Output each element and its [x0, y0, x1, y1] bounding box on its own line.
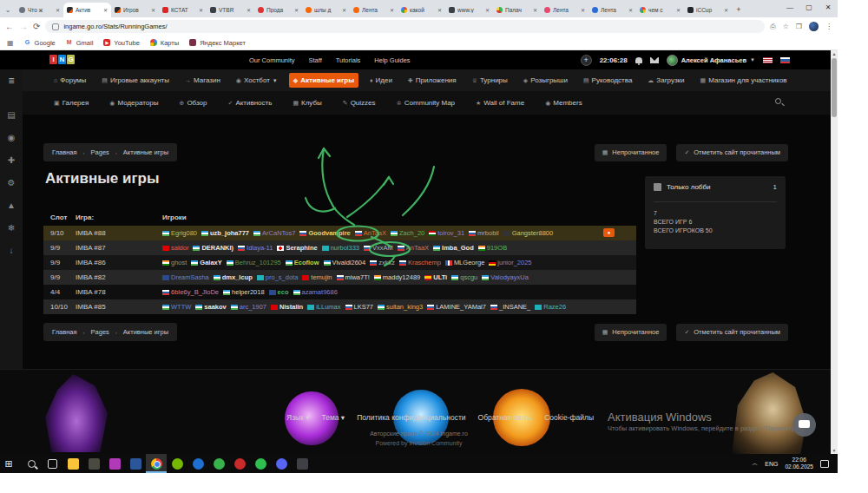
snowflake-icon[interactable]: ❄	[0, 217, 23, 240]
mark-site-read-button[interactable]: ✓Отметить сайт прочитанным	[676, 144, 788, 161]
footer-link[interactable]: Обратная связь	[478, 413, 533, 422]
player[interactable]: Raze26	[535, 303, 566, 311]
breadcrumb-item[interactable]: Активные игры	[123, 328, 168, 336]
player[interactable]: ULTi	[424, 273, 447, 281]
player[interactable]: Goodvampire	[299, 229, 350, 237]
browser-tab[interactable]: КСТАТ✕	[159, 3, 207, 17]
player[interactable]: saakov	[195, 303, 226, 311]
search-icon[interactable]	[775, 98, 781, 104]
nav-item-модераторы[interactable]: ◉Модераторы	[105, 95, 162, 110]
player[interactable]: junior_2025	[489, 259, 531, 266]
cart-icon[interactable]: ▤	[0, 104, 23, 127]
nav-item-идеи[interactable]: ♦Идеи	[365, 73, 397, 88]
player[interactable]: zxkkz	[370, 259, 395, 266]
player[interactable]: ghost	[162, 259, 187, 266]
tray-chevron-icon[interactable]: ︿	[752, 459, 758, 468]
browser-tab[interactable]: www.y✕	[445, 3, 493, 17]
player[interactable]: Kraschemp	[399, 259, 441, 266]
player[interactable]: LKS77	[345, 303, 374, 311]
player[interactable]: ArCaNTos7	[253, 229, 295, 237]
player[interactable]: DreamSasha	[162, 273, 209, 281]
chart-icon[interactable]: ▲	[0, 194, 23, 217]
player[interactable]: eco	[269, 288, 289, 296]
profile-avatar[interactable]	[809, 22, 819, 31]
task-view-icon[interactable]	[42, 454, 62, 473]
nav-item-загрузки[interactable]: ☁Загрузки	[643, 73, 688, 88]
player[interactable]: Imba_God	[433, 244, 474, 252]
footer-link[interactable]: Cookie-файлы	[544, 413, 594, 422]
bookmark-google[interactable]: GGoogle	[24, 39, 56, 47]
player[interactable]: AnTaaX	[355, 229, 386, 237]
paw-icon[interactable]: ✚	[0, 149, 23, 172]
unread-button[interactable]: ▦Непрочитанное	[595, 324, 667, 341]
bookmark-gmail[interactable]: MGmail	[66, 39, 94, 47]
user-icon[interactable]: ◉	[0, 127, 23, 149]
download-icon[interactable]: ↓	[0, 240, 23, 262]
player[interactable]: arc_1907	[231, 303, 266, 311]
utility-link[interactable]: Tutorials	[336, 56, 360, 64]
extensions-icon[interactable]: ❒	[796, 23, 802, 30]
nav-item-клубы[interactable]: ▦Клубы	[288, 95, 326, 110]
close-tab-icon[interactable]: ✕	[151, 7, 155, 13]
utility-link[interactable]: Help Guides	[374, 56, 410, 64]
breadcrumb-item[interactable]: Главная	[52, 148, 77, 156]
close-tab-icon[interactable]: ✕	[56, 7, 60, 13]
player[interactable]: uzb_joha777	[201, 229, 249, 237]
apps-grid-icon[interactable]: ▦	[7, 39, 14, 47]
player[interactable]: saldor	[162, 244, 188, 252]
close-tab-icon[interactable]: ✕	[485, 7, 490, 13]
player[interactable]: Zach_20	[391, 229, 424, 237]
new-tab-button[interactable]: +	[732, 3, 746, 17]
player[interactable]: pro_s_dota	[257, 273, 299, 281]
game-row[interactable]: 9/9IMBA #87saldorDERANKI)Idlaya-11Seraph…	[43, 240, 636, 255]
browser-tab[interactable]: Актив✕	[63, 3, 111, 17]
photos-app-icon[interactable]	[104, 454, 125, 473]
language-flag-en-icon[interactable]	[763, 57, 773, 63]
breadcrumb-item[interactable]: Pages	[91, 328, 109, 336]
start-button[interactable]: ⊞	[0, 454, 21, 473]
player[interactable]: temujin	[302, 273, 332, 281]
player[interactable]: mrbobil	[469, 229, 499, 237]
player[interactable]: dmx_lcup	[214, 273, 253, 281]
breadcrumb-item[interactable]: Главная	[52, 328, 77, 336]
close-tab-icon[interactable]: ✕	[628, 7, 633, 13]
player[interactable]: 919OB	[478, 244, 507, 252]
close-tab-icon[interactable]: ✕	[199, 7, 203, 13]
close-tab-icon[interactable]: ✕	[247, 7, 251, 13]
discord-icon[interactable]	[271, 454, 292, 473]
breadcrumb-item[interactable]: Активные игры	[123, 148, 168, 156]
nav-item-активность[interactable]: ✓Активность	[224, 95, 277, 110]
game-app-icon[interactable]	[83, 454, 104, 473]
player[interactable]: Gangster8800	[503, 229, 554, 237]
player[interactable]: Seraphine	[277, 244, 317, 252]
nav-item-обзор[interactable]: ⊕Обзор	[175, 95, 212, 110]
nav-item-community-map[interactable]: ♔Community Map	[392, 95, 460, 110]
nav-item-members[interactable]: ◉Members	[541, 95, 586, 110]
browser-tab[interactable]: Лента✕	[589, 3, 636, 17]
close-tab-icon[interactable]: ✕	[390, 7, 394, 13]
utility-link[interactable]: Our Community	[249, 56, 295, 64]
dark-app-icon[interactable]	[292, 454, 312, 473]
player[interactable]: WTTW	[162, 303, 191, 311]
tray-language[interactable]: ENG	[765, 461, 778, 467]
scroll-down-icon[interactable]: ▼	[832, 448, 837, 453]
player[interactable]: _INSANE_	[490, 303, 530, 311]
checkbox-icon[interactable]	[654, 183, 661, 191]
chrome-icon[interactable]	[146, 454, 167, 473]
nav-item-приложения[interactable]: ✚Приложения	[404, 73, 461, 88]
wrench-icon[interactable]: ⚙	[0, 172, 23, 194]
player[interactable]: GalaxY	[191, 259, 221, 266]
player[interactable]: sultan_king3	[378, 303, 423, 311]
browser-tab[interactable]: Игров✕	[111, 3, 159, 17]
player[interactable]: ValodyayxUa	[482, 273, 529, 281]
menu-kebab-icon[interactable]: ⋮	[825, 23, 832, 30]
bookmark-maps[interactable]: Карты	[150, 39, 179, 47]
nav-item-wall-of-fame[interactable]: ★Wall of Fame	[471, 95, 529, 110]
player[interactable]: 6bIe6y_B_JloDe	[162, 288, 219, 296]
player[interactable]: qscgu	[451, 273, 477, 281]
nav-item-магазин[interactable]: →Магазин	[181, 73, 225, 88]
tab-search-chevron-icon[interactable]: ⌄	[0, 3, 16, 17]
footer-link[interactable]: Тема ▾	[322, 413, 345, 422]
player[interactable]: Behruz_101295	[227, 259, 281, 266]
bookmark-youtube[interactable]: ▶YouTube	[103, 39, 139, 47]
